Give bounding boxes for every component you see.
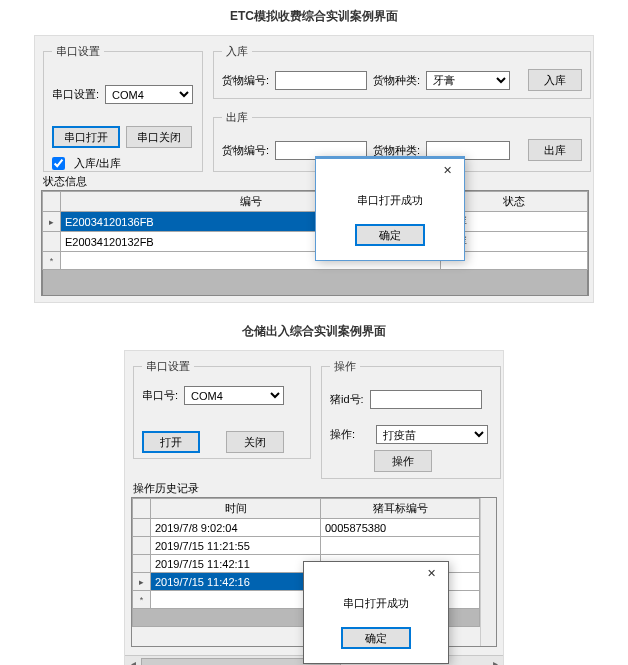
btn-out[interactable]: 出库 (528, 139, 582, 161)
table-row[interactable]: 2019/7/15 11:21:55 (133, 537, 480, 555)
caption-etc: ETC模拟收费综合实训案例界面 (0, 0, 628, 35)
btn2-op[interactable]: 操作 (374, 450, 432, 472)
scroll-left-icon[interactable]: ◂ (125, 657, 141, 666)
dialog2-port-open: ✕ 串口打开成功 确定 (303, 561, 449, 664)
row-indicator: ▸ (43, 212, 61, 232)
group2-serial: 串口设置 串口号: COM4 打开 关闭 (133, 359, 311, 459)
btn2-open[interactable]: 打开 (142, 431, 200, 453)
btn2-close[interactable]: 关闭 (226, 431, 284, 453)
group2-serial-legend: 串口设置 (142, 359, 194, 374)
dialog2-titlebar: ✕ (304, 562, 448, 584)
app2-panel: 串口设置 串口号: COM4 打开 关闭 操作 猪id号: 操作: 打疫苗 操作 (124, 350, 504, 665)
group-serial: 串口设置 串口设置: COM4 串口打开 串口关闭 入库/出库 (43, 44, 203, 172)
row-indicator-new: * (43, 252, 61, 270)
lbl-status: 状态信息 (43, 174, 87, 189)
grid2-col-time[interactable]: 时间 (151, 499, 321, 519)
dialog-port-open: ✕ 串口打开成功 确定 (315, 156, 465, 261)
grid-scrollbar-y[interactable] (480, 498, 496, 646)
close-icon[interactable]: ✕ (418, 564, 444, 582)
lbl2-history: 操作历史记录 (133, 481, 199, 496)
scroll-right-icon[interactable]: ▸ (487, 657, 503, 666)
table-row[interactable]: 2019/7/8 9:02:04 0005875380 (133, 519, 480, 537)
select-port[interactable]: COM4 (105, 85, 193, 104)
lbl-out-id: 货物编号: (222, 143, 269, 158)
app1-panel: 串口设置 串口设置: COM4 串口打开 串口关闭 入库/出库 入库 货物编号:… (34, 35, 594, 303)
dialog-msg: 串口打开成功 (334, 193, 446, 208)
row-indicator (43, 232, 61, 252)
row-indicator: ▸ (133, 573, 151, 591)
btn-port-close[interactable]: 串口关闭 (126, 126, 192, 148)
btn-in[interactable]: 入库 (528, 69, 582, 91)
input-in-id[interactable] (275, 71, 367, 90)
grid2-col-tag[interactable]: 猪耳标编号 (321, 499, 480, 519)
group2-op: 操作 猪id号: 操作: 打疫苗 操作 (321, 359, 501, 479)
lbl-in-kind: 货物种类: (373, 73, 420, 88)
group2-op-legend: 操作 (330, 359, 360, 374)
grid-corner (43, 192, 61, 212)
group-in: 入库 货物编号: 货物种类: 牙膏 入库 (213, 44, 591, 99)
group-serial-legend: 串口设置 (52, 44, 104, 59)
lbl2-pigid: 猪id号: (330, 392, 364, 407)
lbl-inout: 入库/出库 (74, 156, 121, 171)
group-in-legend: 入库 (222, 44, 252, 59)
dialog2-msg: 串口打开成功 (322, 596, 430, 611)
caption-warehouse: 仓储出入综合实训案例界面 (0, 315, 628, 350)
grid2-corner (133, 499, 151, 519)
table-row-empty (43, 270, 588, 296)
chk-inout[interactable] (52, 157, 65, 170)
select-in-kind[interactable]: 牙膏 (426, 71, 510, 90)
group-out-legend: 出库 (222, 110, 252, 125)
dialog2-ok-button[interactable]: 确定 (341, 627, 411, 649)
lbl2-port: 串口号: (142, 388, 178, 403)
lbl-port: 串口设置: (52, 87, 99, 102)
lbl-in-id: 货物编号: (222, 73, 269, 88)
dialog-titlebar: ✕ (316, 159, 464, 181)
close-icon[interactable]: ✕ (434, 161, 460, 179)
select2-op[interactable]: 打疫苗 (376, 425, 488, 444)
lbl2-op: 操作: (330, 427, 370, 442)
select2-port[interactable]: COM4 (184, 386, 284, 405)
dialog-ok-button[interactable]: 确定 (355, 224, 425, 246)
btn-port-open[interactable]: 串口打开 (52, 126, 120, 148)
input2-pigid[interactable] (370, 390, 482, 409)
